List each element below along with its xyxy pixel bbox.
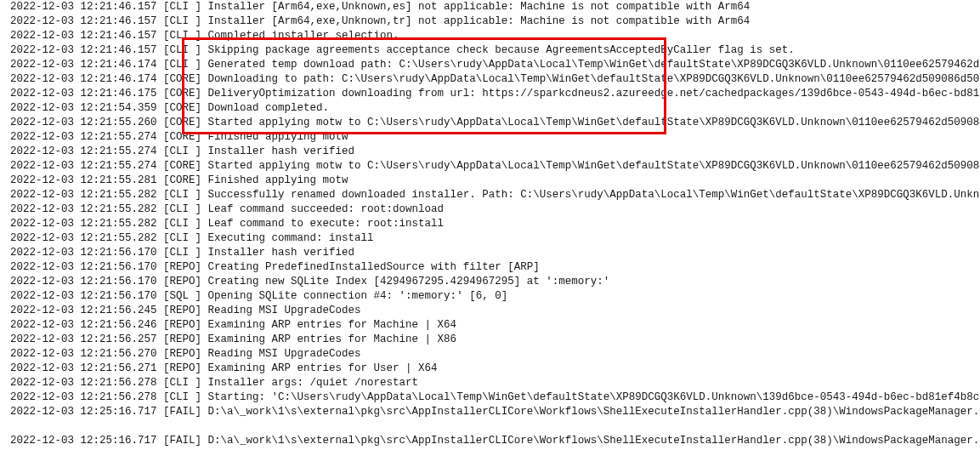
log-level: [CLI ] xyxy=(163,30,201,42)
log-level: [CORE] xyxy=(163,160,201,172)
log-level: [FAIL] xyxy=(163,406,201,418)
log-message: Skipping package agreements acceptance c… xyxy=(208,44,795,56)
log-line: 2022-12-03 12:21:55.282 [CLI ] Successfu… xyxy=(10,188,980,202)
log-message: DeliveryOptimization downloading from ur… xyxy=(208,88,980,100)
log-line: 2022-12-03 12:21:56.170 [REPO] Creating … xyxy=(10,260,980,275)
log-message: Examining ARP entries for User | X64 xyxy=(208,362,438,374)
log-line: 2022-12-03 12:21:55.260 [CORE] Started a… xyxy=(10,116,980,130)
log-message: Leaf command to execute: root:install xyxy=(208,218,445,230)
log-timestamp: 2022-12-03 12:21:56.170 xyxy=(10,261,157,273)
log-level: [SQL ] xyxy=(163,290,201,302)
log-line: 2022-12-03 12:25:16.717 [FAIL] D:\a\_wor… xyxy=(10,405,980,419)
log-line: 2022-12-03 12:21:54.359 [CORE] Download … xyxy=(10,101,980,116)
log-message: D:\a\_work\1\s\external\pkg\src\AppInsta… xyxy=(208,435,980,447)
log-message: Installer [Arm64,exe,Unknown,tr] not app… xyxy=(208,15,751,27)
log-timestamp: 2022-12-03 12:21:55.282 xyxy=(10,218,157,230)
log-message: Finished applying motw xyxy=(208,131,348,143)
log-level: [CORE] xyxy=(163,174,201,186)
log-timestamp: 2022-12-03 12:21:56.278 xyxy=(10,391,157,403)
log-message: Installer hash verified xyxy=(208,145,355,157)
log-timestamp: 2022-12-03 12:25:16.717 xyxy=(10,435,157,447)
log-line: 2022-12-03 12:21:46.157 [CLI ] Installer… xyxy=(10,14,980,29)
log-line: 2022-12-03 12:21:56.271 [REPO] Examining… xyxy=(10,362,980,376)
log-level: [CLI ] xyxy=(163,203,201,215)
log-line: 2022-12-03 12:21:56.257 [REPO] Examining… xyxy=(10,333,980,347)
log-timestamp: 2022-12-03 12:21:55.282 xyxy=(10,189,157,201)
log-timestamp: 2022-12-03 12:21:55.274 xyxy=(10,145,157,157)
log-level: [CORE] xyxy=(163,117,201,128)
log-line: 2022-12-03 12:21:46.174 [CLI ] Generated… xyxy=(10,58,980,72)
log-message: Examining ARP entries for Machine | X86 xyxy=(208,333,457,345)
log-message: Opening SQLite connection #4: ':memory:'… xyxy=(208,290,508,302)
log-timestamp: 2022-12-03 12:21:46.157 xyxy=(10,44,157,56)
log-line: 2022-12-03 12:25:16.717 [FAIL] D:\a\_wor… xyxy=(10,434,980,448)
log-line: 2022-12-03 12:21:55.274 [CORE] Started a… xyxy=(10,159,980,174)
log-timestamp: 2022-12-03 12:21:56.257 xyxy=(10,333,157,345)
log-timestamp: 2022-12-03 12:21:56.245 xyxy=(10,305,157,316)
log-line: 2022-12-03 12:21:56.246 [REPO] Examining… xyxy=(10,318,980,333)
log-message: Download completed. xyxy=(208,102,330,114)
log-level: [CLI ] xyxy=(163,218,201,230)
log-timestamp: 2022-12-03 12:21:46.157 xyxy=(10,30,157,42)
log-message: Finished applying motw xyxy=(208,174,348,186)
log-message: Successfully renamed downloaded installe… xyxy=(208,189,980,201)
log-timestamp: 2022-12-03 12:21:46.175 xyxy=(10,88,157,100)
log-message: Examining ARP entries for Machine | X64 xyxy=(208,319,457,331)
log-level: [REPO] xyxy=(163,319,201,331)
log-timestamp: 2022-12-03 12:21:55.274 xyxy=(10,131,157,143)
log-timestamp: 2022-12-03 12:21:56.271 xyxy=(10,362,157,374)
log-level: [REPO] xyxy=(163,276,201,288)
log-line: 2022-12-03 12:21:55.282 [CLI ] Leaf comm… xyxy=(10,217,980,231)
log-timestamp: 2022-12-03 12:21:55.282 xyxy=(10,232,157,244)
log-line: 2022-12-03 12:21:56.170 [CLI ] Installer… xyxy=(10,246,980,260)
log-level: [CLI ] xyxy=(163,247,201,259)
log-message: Generated temp download path: C:\Users\r… xyxy=(208,59,980,71)
log-level: [CLI ] xyxy=(163,1,201,13)
log-level: [CORE] xyxy=(163,73,201,85)
log-level: [REPO] xyxy=(163,261,201,273)
log-message: Started applying motw to C:\Users\rudy\A… xyxy=(208,117,980,128)
log-timestamp: 2022-12-03 12:21:46.174 xyxy=(10,73,157,85)
log-timestamp: 2022-12-03 12:21:55.274 xyxy=(10,160,157,172)
log-level: [CLI ] xyxy=(163,15,201,27)
log-line: 2022-12-03 12:21:55.282 [CLI ] Leaf comm… xyxy=(10,202,980,217)
log-level: [FAIL] xyxy=(163,435,201,447)
log-level: [CORE] xyxy=(163,102,201,114)
log-message: Starting: 'C:\Users\rudy\AppData\Local\T… xyxy=(208,391,980,403)
log-line: 2022-12-03 12:21:46.175 [CORE] DeliveryO… xyxy=(10,87,980,101)
log-timestamp: 2022-12-03 12:21:54.359 xyxy=(10,102,157,114)
log-timestamp: 2022-12-03 12:21:56.278 xyxy=(10,377,157,389)
log-message: Completed installer selection. xyxy=(208,30,399,42)
log-timestamp: 2022-12-03 12:21:46.157 xyxy=(10,1,157,13)
log-level: [CLI ] xyxy=(163,145,201,157)
log-message: Reading MSI UpgradeCodes xyxy=(208,348,361,360)
log-level: [REPO] xyxy=(163,348,201,360)
log-level: [CLI ] xyxy=(163,377,201,389)
log-line: 2022-12-03 12:21:56.278 [CLI ] Installer… xyxy=(10,376,980,390)
log-message: Installer hash verified xyxy=(208,247,355,259)
log-level: [CORE] xyxy=(163,131,201,143)
log-message: Executing command: install xyxy=(208,232,374,244)
log-message: Started applying motw to C:\Users\rudy\A… xyxy=(208,160,980,172)
log-line: 2022-12-03 12:21:55.274 [CORE] Finished … xyxy=(10,130,980,145)
log-level: [CLI ] xyxy=(163,391,201,403)
log-level: [CLI ] xyxy=(163,44,201,56)
log-timestamp: 2022-12-03 12:21:55.260 xyxy=(10,117,157,128)
log-timestamp: 2022-12-03 12:21:56.170 xyxy=(10,290,157,302)
log-message: D:\a\_work\1\s\external\pkg\src\AppInsta… xyxy=(208,406,980,418)
log-level: [CLI ] xyxy=(163,232,201,244)
log-timestamp: 2022-12-03 12:21:46.174 xyxy=(10,59,157,71)
log-line: 2022-12-03 12:21:46.157 [CLI ] Completed… xyxy=(10,29,980,43)
log-message: Creating PredefinedInstalledSource with … xyxy=(208,261,540,273)
log-message: Leaf command succeeded: root:download xyxy=(208,203,445,215)
log-timestamp: 2022-12-03 12:21:56.170 xyxy=(10,247,157,259)
log-message: Installer [Arm64,exe,Unknown,es] not app… xyxy=(208,1,751,13)
log-timestamp: 2022-12-03 12:21:56.246 xyxy=(10,319,157,331)
log-level: [CLI ] xyxy=(163,189,201,201)
log-line: 2022-12-03 12:21:55.282 [CLI ] Executing… xyxy=(10,231,980,246)
log-line: 2022-12-03 12:21:55.274 [CLI ] Installer… xyxy=(10,145,980,159)
log-line: 2022-12-03 12:21:46.174 [CORE] Downloadi… xyxy=(10,72,980,87)
log-timestamp: 2022-12-03 12:21:55.281 xyxy=(10,174,157,186)
log-line: 2022-12-03 12:21:46.157 [CLI ] Skipping … xyxy=(10,43,980,58)
log-line: 2022-12-03 12:21:56.245 [REPO] Reading M… xyxy=(10,304,980,318)
